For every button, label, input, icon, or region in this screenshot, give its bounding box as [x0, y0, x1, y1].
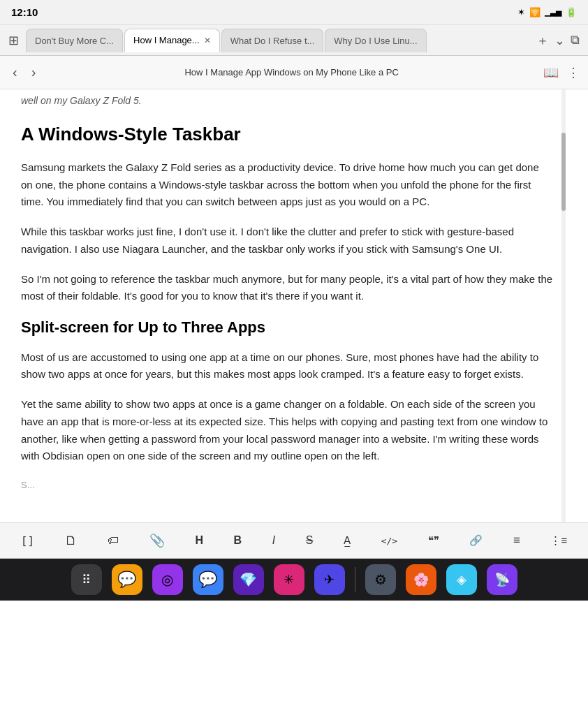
nav-bar: ‹ › How I Manage App Windows on My Phone…: [0, 56, 588, 89]
status-bar: 12:10 ✶ 🛜 ▁▃▅ 🔋: [0, 0, 588, 25]
dock-app-mercury[interactable]: ◎: [152, 564, 183, 595]
battery-icon: 🔋: [566, 7, 577, 17]
editor-toolbar: [] 🗋 🏷 📎 H B I S A̲ </> ❝❞ 🔗 ≡ ⋮≡: [0, 522, 588, 559]
section2-p1: Most of us are accustomed to using one a…: [21, 349, 553, 384]
dock: ⠿ 💬 ◎ 💬 💎 ✳ ✈ ⚙ 🌸 ◈ 📡: [0, 559, 588, 601]
section1-p3: So I'm not going to reference the taskba…: [21, 271, 553, 306]
tab-what-do-i-label: What Do I Refuse t...: [230, 36, 315, 46]
tab-overview-icon[interactable]: ⧉: [571, 33, 580, 47]
signal-icon: ▁▃▅: [545, 8, 561, 17]
new-tab-icon[interactable]: ＋: [536, 32, 549, 49]
code-button[interactable]: </>: [376, 531, 403, 550]
list-ul-button[interactable]: ≡: [508, 529, 526, 552]
underline-button[interactable]: A̲: [338, 530, 356, 551]
status-time: 12:10: [11, 6, 38, 18]
attach-button[interactable]: 📎: [144, 529, 170, 552]
bold-button[interactable]: B: [228, 530, 248, 551]
back-button[interactable]: ‹: [8, 61, 22, 83]
tag-button[interactable]: 🏷: [102, 530, 124, 551]
document-button[interactable]: 🗋: [59, 529, 83, 552]
scroll-thumb[interactable]: [561, 133, 566, 211]
strikethrough-button[interactable]: S: [300, 530, 319, 551]
heading-button[interactable]: H: [189, 530, 209, 551]
sidebar-toggle-icon[interactable]: ⊞: [8, 33, 19, 48]
dock-app-photos[interactable]: 🌸: [406, 564, 436, 595]
dock-app-mail[interactable]: ✈: [314, 564, 345, 595]
tab-dropdown-icon[interactable]: ⌄: [554, 33, 565, 48]
tab-how-i-manage-label: How I Manage...: [133, 35, 200, 45]
bluetooth-icon: ✶: [517, 7, 525, 17]
article-content: well on my Galaxy Z Fold 5. A Windows-St…: [0, 89, 588, 522]
url-bar[interactable]: How I Manage App Windows on My Phone Lik…: [45, 67, 538, 78]
section2-heading: Split-screen for Up to Three Apps: [21, 318, 553, 338]
italic-button[interactable]: I: [267, 530, 281, 551]
tab-bar: ⊞ Don't Buy More C... How I Manage... ✕ …: [0, 25, 588, 56]
tab-what-do-i[interactable]: What Do I Refuse t...: [221, 29, 324, 52]
tab-close-icon[interactable]: ✕: [204, 36, 211, 45]
dock-app-spark[interactable]: ✳: [274, 564, 304, 595]
dock-separator: [355, 567, 355, 592]
wifi-icon: 🛜: [529, 7, 541, 17]
tab-why-linux[interactable]: Why Do I Use Linu...: [325, 29, 426, 52]
dock-app-slack[interactable]: ◈: [446, 564, 477, 595]
section1-p1: Samsung markets the Galaxy Z Fold series…: [21, 159, 553, 211]
list-ol-button[interactable]: ⋮≡: [545, 530, 573, 551]
status-icons: ✶ 🛜 ▁▃▅ 🔋: [517, 7, 577, 17]
quote-button[interactable]: ❝❞: [422, 530, 445, 551]
more-options-icon[interactable]: ⋮: [567, 65, 580, 80]
tab-bar-left: ⊞: [3, 33, 24, 48]
link-button[interactable]: 🔗: [464, 530, 488, 551]
dock-app-chat[interactable]: 💬: [193, 564, 223, 595]
dock-app-podcast[interactable]: 📡: [487, 564, 517, 595]
tab-how-i-manage[interactable]: How I Manage... ✕: [124, 29, 220, 52]
dock-app-obsidian[interactable]: 💎: [233, 564, 264, 595]
brackets-button[interactable]: []: [15, 530, 40, 552]
tab-dont-buy[interactable]: Don't Buy More C...: [26, 29, 123, 52]
section1-p2: While this taskbar works just fine, I do…: [21, 223, 553, 258]
nav-right-icons: 📖 ⋮: [543, 65, 580, 80]
dock-app-settings[interactable]: ⚙: [365, 564, 396, 595]
dock-app-messages[interactable]: 💬: [112, 564, 142, 595]
forward-button[interactable]: ›: [27, 61, 41, 83]
article-partial-bottom: S...: [21, 478, 553, 492]
scroll-track[interactable]: [561, 89, 566, 522]
reader-mode-icon[interactable]: 📖: [543, 65, 559, 80]
tab-bar-right: ＋ ⌄ ⧉: [531, 32, 585, 49]
section1-heading: A Windows-Style Taskbar: [21, 123, 553, 147]
dock-app-grid[interactable]: ⠿: [71, 564, 102, 595]
article-partial-top: well on my Galaxy Z Fold 5.: [21, 89, 553, 115]
section2-p2: Yet the same ability to show two apps at…: [21, 396, 553, 465]
tab-why-linux-label: Why Do I Use Linu...: [334, 36, 417, 46]
tab-dont-buy-label: Don't Buy More C...: [35, 36, 114, 46]
